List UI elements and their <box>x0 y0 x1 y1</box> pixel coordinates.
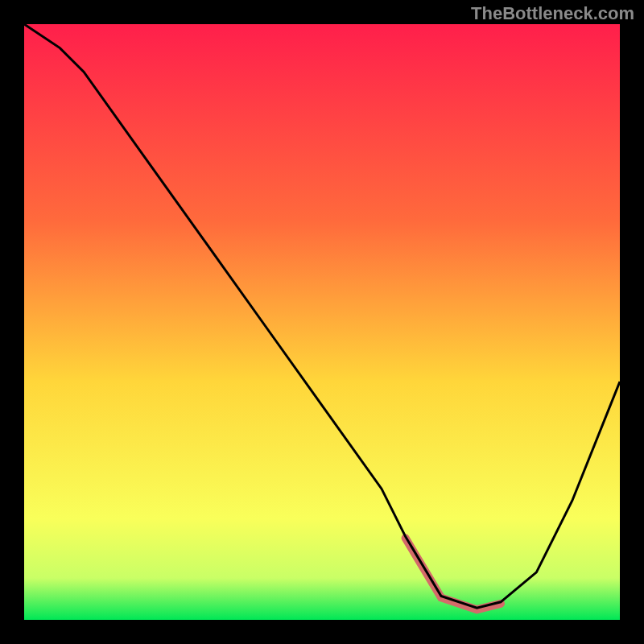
watermark-text: TheBottleneck.com <box>471 3 634 24</box>
plot-area <box>24 24 620 620</box>
chart-frame: TheBottleneck.com <box>0 0 644 644</box>
chart-svg <box>24 24 620 620</box>
